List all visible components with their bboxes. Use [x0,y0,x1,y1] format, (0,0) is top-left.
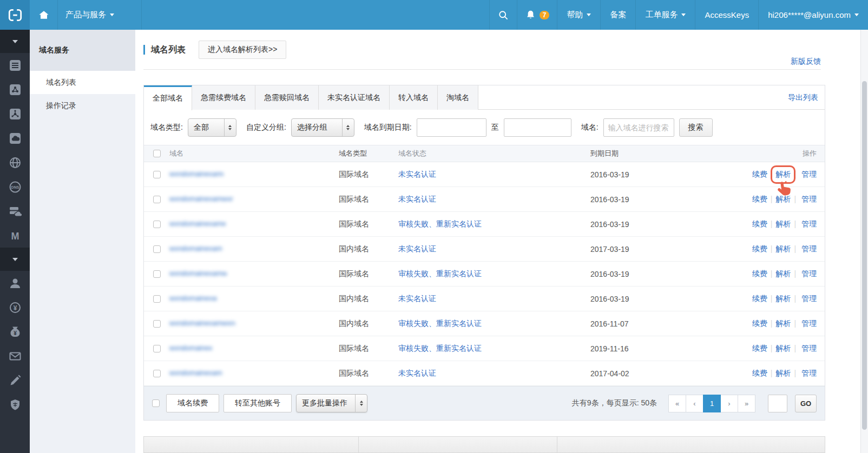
tickets-menu[interactable]: 工单服务 [635,0,695,30]
domain-status-link[interactable]: 未实名认证 [398,294,436,303]
domain-search-input[interactable] [603,118,674,137]
subnav-item-operation-log[interactable]: 操作记录 [30,94,135,117]
sidebar-item-billing[interactable]: ¥ [0,295,30,319]
domain-status-link[interactable]: 未实名认证 [398,195,436,203]
resolve-link[interactable]: 解析 [775,294,791,303]
manage-link[interactable]: 管理 [801,344,817,352]
domain-name-blurred[interactable]: wxndomainexamwx [169,368,222,377]
sidebar-item-dns[interactable]: DNS [0,175,30,199]
resolve-link[interactable]: 解析 [775,269,791,278]
domain-name-blurred[interactable]: wxndomainexamwxn [169,219,226,228]
manage-link[interactable]: 管理 [801,319,817,328]
domain-status-link[interactable]: 审核失败、重新实名认证 [398,344,482,352]
sidebar-item-ecs[interactable] [0,53,30,77]
notifications-button[interactable]: 7 [517,0,557,30]
custom-group-select[interactable]: 选择分组 [291,118,354,137]
sidebar-item-security[interactable] [0,392,30,417]
expiry-date-from-input[interactable] [417,118,486,137]
resolve-link[interactable]: 解析 [775,319,791,328]
row-checkbox[interactable] [153,171,161,178]
resolve-link[interactable]: 解析 [775,195,791,203]
feedback-link[interactable]: 新版反馈 [791,57,821,66]
batch-actions-select[interactable]: 更多批量操作 [296,394,367,412]
row-checkbox[interactable] [153,196,161,203]
domain-status-link[interactable]: 未实名认证 [398,244,436,253]
resolve-link[interactable]: 解析 [775,219,791,228]
export-list-link[interactable]: 导出列表 [788,85,818,110]
tab-all-domains[interactable]: 全部域名 [144,85,192,110]
account-menu[interactable]: hi206*****@aliyun.com [758,0,868,30]
domain-status-link[interactable]: 审核失败、重新实名认证 [398,269,482,278]
renew-link[interactable]: 续费 [752,195,767,203]
page-1-button[interactable]: 1 [703,395,721,412]
sidebar-item-user[interactable] [0,271,30,295]
renew-link[interactable]: 续费 [752,170,767,178]
row-checkbox[interactable] [153,345,161,352]
resolve-link[interactable]: 解析 [775,244,791,253]
sidebar-collapse-bottom[interactable] [0,248,30,271]
last-page-button[interactable]: » [738,395,755,412]
products-menu[interactable]: 产品与服务 [58,0,142,30]
select-all-checkbox[interactable] [153,150,161,157]
tab-not-verified[interactable]: 未实名认证域名 [319,85,390,110]
next-page-button[interactable]: › [720,395,738,412]
tab-renew-urgent[interactable]: 急需续费域名 [192,85,255,110]
domain-type-select[interactable]: 全部 [188,118,236,137]
row-checkbox[interactable] [153,320,161,328]
tab-redeem-urgent[interactable]: 急需赎回域名 [255,85,319,110]
page-jump-input[interactable] [768,395,787,412]
prev-page-button[interactable]: ‹ [686,395,703,412]
renew-link[interactable]: 续费 [752,244,767,253]
transfer-account-button[interactable]: 转至其他账号 [223,394,292,412]
manage-link[interactable]: 管理 [801,195,817,203]
domain-name-blurred[interactable]: wxndomainexamwxndom [169,194,233,203]
row-checkbox[interactable] [153,295,161,303]
manage-link[interactable]: 管理 [801,269,817,278]
help-menu[interactable]: 帮助 [557,0,600,30]
subnav-item-domain-list[interactable]: 域名列表 [30,71,135,94]
row-checkbox[interactable] [153,270,161,278]
domain-status-link[interactable]: 未实名认证 [398,369,436,377]
renew-link[interactable]: 续费 [752,369,767,377]
renew-link[interactable]: 续费 [752,294,767,303]
manage-link[interactable]: 管理 [801,244,817,253]
sidebar-item-slb[interactable] [0,77,30,102]
sidebar-item-edit[interactable] [0,368,30,392]
sidebar-item-messages[interactable] [0,344,30,368]
domain-status-link[interactable]: 审核失败、重新实名认证 [398,219,482,228]
scrollbar-thumb[interactable] [862,81,867,430]
domain-name-blurred[interactable]: wxndomainexamw [169,294,217,303]
first-page-button[interactable]: « [668,395,686,412]
sidebar-item-cdn[interactable] [0,150,30,175]
domain-status-link[interactable]: 未实名认证 [398,170,436,178]
search-submit-button[interactable]: 搜索 [679,118,713,137]
domain-name-blurred[interactable]: wxndomainexamwxnd [169,269,227,278]
sidebar-item-domain[interactable] [0,199,30,223]
domain-name-blurred[interactable]: wxndomainexam [169,343,213,352]
sidebar-collapse-top[interactable] [0,30,30,53]
expiry-date-to-input[interactable] [504,118,571,137]
page-scrollbar[interactable] [860,30,868,453]
renew-link[interactable]: 续费 [752,269,767,278]
manage-link[interactable]: 管理 [801,170,817,178]
aliyun-logo[interactable] [0,0,30,30]
renew-link[interactable]: 续费 [752,219,767,228]
domain-name-blurred[interactable]: wxndomainexamwxndom [169,318,235,328]
sidebar-item-oss[interactable] [0,126,30,150]
tab-tao-domains[interactable]: 淘域名 [438,85,478,110]
domain-name-blurred[interactable]: wxndomainexamwxn [169,169,223,178]
accesskeys-link[interactable]: AccessKeys [695,0,758,30]
manage-link[interactable]: 管理 [801,294,817,303]
home-button[interactable] [30,0,58,30]
row-checkbox[interactable] [153,245,161,253]
renew-domains-button[interactable]: 域名续费 [166,394,219,412]
go-button[interactable]: GO [795,395,817,412]
tab-transfer-in[interactable]: 转入域名 [390,85,438,110]
manage-link[interactable]: 管理 [801,369,817,377]
row-checkbox[interactable] [153,221,161,228]
sidebar-item-media[interactable]: M [0,223,30,248]
row-checkbox[interactable] [153,370,161,377]
domain-name-blurred[interactable]: wxndomainexamwxn [169,244,222,253]
resolve-link[interactable]: 解析 [775,344,791,352]
resolve-link[interactable]: 解析 [775,170,791,178]
